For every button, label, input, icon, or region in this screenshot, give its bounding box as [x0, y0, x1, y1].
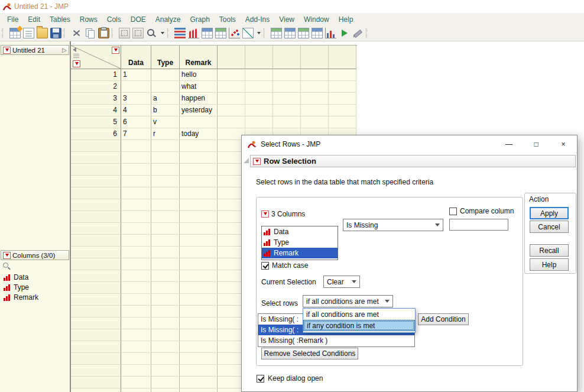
cell[interactable] [151, 282, 180, 294]
empty-cell[interactable] [218, 105, 245, 116]
cell[interactable] [121, 235, 151, 247]
panel-collapse-icon[interactable]: ▷ [62, 47, 67, 53]
cell[interactable] [151, 81, 180, 93]
columns-search[interactable] [0, 260, 70, 272]
add-condition-button[interactable]: Add Condition [418, 313, 469, 325]
column-header-empty[interactable] [301, 46, 329, 69]
empty-cell[interactable] [245, 116, 273, 128]
cell[interactable] [121, 282, 151, 294]
row-number[interactable] [71, 235, 121, 247]
split-icon[interactable] [298, 28, 309, 38]
table-corner-cell[interactable] [71, 46, 121, 69]
column-item[interactable]: Remark [0, 292, 70, 302]
cell[interactable] [180, 341, 218, 353]
maximize-button[interactable]: □ [523, 135, 550, 153]
graph-builder-icon[interactable] [242, 28, 254, 38]
new-journal-icon[interactable] [23, 28, 34, 38]
cell[interactable] [151, 329, 180, 341]
row-number[interactable] [71, 270, 121, 282]
panel-collapse-icon[interactable] [73, 47, 76, 52]
condition-type-dropdown[interactable]: Is Missing [343, 219, 443, 231]
cell[interactable] [180, 223, 218, 235]
cell[interactable] [151, 341, 180, 353]
cell[interactable] [121, 247, 151, 258]
cell[interactable]: a [151, 93, 180, 105]
cell[interactable] [151, 388, 180, 392]
remove-selected-conditions-button[interactable]: Remove Selected Conditions [261, 348, 358, 359]
menu-rows[interactable]: Rows [75, 14, 102, 25]
compare-column-checkbox[interactable] [449, 208, 457, 215]
rows-red-triangle-menu-icon[interactable] [73, 60, 80, 67]
column-header-type[interactable]: Type [151, 46, 180, 69]
cell[interactable] [121, 211, 151, 223]
sort-icon[interactable] [174, 28, 186, 38]
keep-dialog-open-checkbox[interactable] [257, 375, 264, 383]
red-triangle-menu-icon[interactable] [3, 47, 11, 54]
menu-analyze[interactable]: Analyze [151, 14, 186, 25]
cell[interactable] [151, 235, 180, 247]
cell[interactable] [151, 365, 180, 377]
row-number[interactable] [71, 140, 121, 152]
empty-cell[interactable] [273, 105, 301, 116]
menu-doe[interactable]: DOE [126, 14, 151, 25]
row-number[interactable] [71, 282, 121, 294]
menu-help[interactable]: Help [334, 14, 358, 25]
column-item[interactable]: Type [0, 282, 70, 292]
cell[interactable] [121, 81, 151, 93]
cell[interactable] [180, 211, 218, 223]
current-selection-dropdown[interactable]: Clear [323, 276, 360, 288]
update-icon[interactable] [284, 28, 296, 38]
cell[interactable] [151, 294, 180, 306]
cell[interactable] [180, 199, 218, 211]
run-script-icon[interactable] [339, 28, 350, 38]
cell[interactable]: v [151, 116, 180, 128]
close-button[interactable]: × [550, 135, 577, 153]
grabber-tool-icon[interactable] [132, 28, 144, 38]
empty-cell[interactable] [301, 69, 329, 81]
cell[interactable] [180, 140, 218, 152]
empty-cell[interactable] [245, 69, 273, 81]
row-number[interactable] [71, 258, 121, 270]
row-number[interactable] [71, 365, 121, 377]
cell[interactable] [151, 353, 180, 365]
empty-cell[interactable] [218, 81, 245, 93]
row-number[interactable]: 6 [71, 128, 121, 140]
transpose-icon[interactable] [312, 28, 323, 38]
cell[interactable]: 6 [121, 116, 151, 128]
recall-button[interactable]: Recall [530, 244, 569, 257]
search-icon[interactable] [2, 262, 11, 270]
cell[interactable]: hello [180, 69, 218, 81]
row-number[interactable] [71, 377, 121, 388]
cell[interactable] [180, 318, 218, 329]
cell[interactable] [121, 377, 151, 388]
cell[interactable] [180, 282, 218, 294]
column-header-empty[interactable] [245, 46, 273, 69]
row-number[interactable] [71, 199, 121, 211]
empty-cell[interactable] [329, 81, 356, 93]
empty-cell[interactable] [218, 93, 245, 105]
cell[interactable]: r [151, 128, 180, 140]
dialog-column-item[interactable]: Type [262, 237, 338, 248]
cell[interactable] [151, 258, 180, 270]
row-number[interactable]: 3 [71, 93, 121, 105]
match-case-checkbox[interactable] [261, 262, 269, 270]
dropdown-option[interactable]: if all conditions are met [303, 309, 415, 320]
cell[interactable] [121, 176, 151, 187]
cell[interactable] [180, 353, 218, 365]
cell[interactable] [121, 199, 151, 211]
row-number[interactable]: 5 [71, 116, 121, 128]
row-number[interactable]: 2 [71, 81, 121, 93]
cell[interactable]: 4 [121, 105, 151, 116]
cell[interactable] [151, 152, 180, 164]
empty-cell[interactable] [301, 105, 329, 116]
select-rows-dropdown[interactable]: if all conditions are met [303, 295, 393, 307]
empty-cell[interactable] [273, 116, 301, 128]
column-header-empty[interactable] [218, 46, 245, 69]
cell[interactable] [121, 152, 151, 164]
row-number[interactable] [71, 152, 121, 164]
cell[interactable]: happen [180, 93, 218, 105]
menu-tools[interactable]: Tools [215, 14, 241, 25]
row-number[interactable] [71, 318, 121, 329]
cell[interactable] [121, 388, 151, 392]
cell[interactable] [180, 365, 218, 377]
